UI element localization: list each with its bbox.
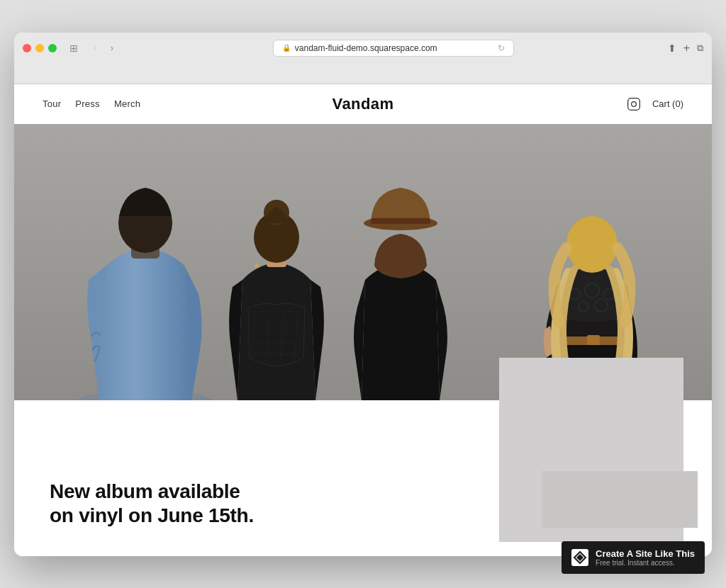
svg-point-32 — [566, 216, 618, 273]
merch-nav-link[interactable]: Merch — [114, 98, 140, 109]
browser-tab-bar — [23, 62, 703, 84]
banner-text: Create A Site Like This Free trial. Inst… — [596, 548, 695, 567]
squarespace-logo — [571, 549, 588, 566]
svg-rect-0 — [628, 98, 640, 110]
website-content: Tour Press Merch Vandam Cart (0) — [14, 84, 712, 556]
address-bar[interactable]: 🔒 vandam-fluid-demo.squarespace.com ↻ — [273, 40, 514, 57]
squarespace-banner[interactable]: Create A Site Like This Free trial. Inst… — [562, 541, 705, 574]
url-text: vandam-fluid-demo.squarespace.com — [295, 43, 437, 53]
svg-point-2 — [637, 101, 637, 101]
squarespace-logo-icon — [573, 550, 587, 565]
back-button[interactable]: ‹ — [88, 41, 102, 55]
svg-point-17 — [255, 264, 259, 268]
content-left: New album available on vinyl on June 15t… — [14, 400, 414, 556]
fullscreen-button[interactable] — [48, 44, 57, 52]
banner-cta-text: Create A Site Like This — [596, 548, 695, 559]
album-line2: on vinyl on June 15th. — [50, 504, 379, 528]
window-controls: ⊞ — [68, 43, 79, 54]
forward-button[interactable]: › — [105, 41, 119, 55]
browser-chrome: ⊞ ‹ › 🔒 vandam-fluid-demo.squarespace.co… — [14, 33, 712, 84]
close-button[interactable] — [23, 44, 31, 52]
sidebar-toggle-button[interactable]: ⊞ — [68, 43, 79, 54]
svg-rect-22 — [371, 218, 430, 224]
new-tab-icon[interactable]: + — [683, 42, 690, 55]
album-cover-bottom — [542, 471, 698, 528]
nav-left: Tour Press Merch — [43, 98, 140, 109]
traffic-lights — [23, 44, 57, 52]
reload-icon[interactable]: ↻ — [498, 43, 505, 53]
album-text: New album available on vinyl on June 15t… — [50, 480, 379, 527]
browser-window: ⊞ ‹ › 🔒 vandam-fluid-demo.squarespace.co… — [14, 33, 712, 556]
site-title: Vandam — [332, 95, 393, 113]
press-nav-link[interactable]: Press — [75, 98, 100, 109]
tour-nav-link[interactable]: Tour — [43, 98, 61, 109]
banner-sub-text: Free trial. Instant access. — [596, 559, 695, 567]
lock-icon: 🔒 — [282, 44, 291, 52]
cart-link[interactable]: Cart (0) — [652, 98, 683, 109]
browser-actions: ⬆ + ⧉ — [668, 42, 703, 55]
svg-point-1 — [632, 101, 637, 106]
content-right — [414, 400, 712, 556]
minimize-button[interactable] — [35, 44, 44, 52]
site-navigation: Tour Press Merch Vandam Cart (0) — [14, 84, 712, 124]
album-line1: New album available — [50, 480, 379, 504]
svg-rect-29 — [587, 335, 600, 346]
instagram-icon[interactable] — [627, 97, 641, 111]
nav-right: Cart (0) — [627, 97, 683, 111]
nav-buttons: ‹ › — [88, 41, 119, 55]
duplicate-icon[interactable]: ⧉ — [697, 43, 703, 54]
share-icon[interactable]: ⬆ — [668, 43, 676, 54]
below-hero-section: New album available on vinyl on June 15t… — [14, 400, 712, 556]
address-bar-container: 🔒 vandam-fluid-demo.squarespace.com ↻ — [125, 40, 662, 57]
